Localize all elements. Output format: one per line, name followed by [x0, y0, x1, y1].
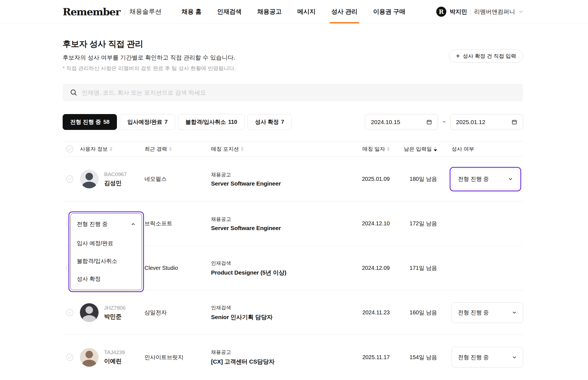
match-date-cell: 2025.01.09: [352, 176, 396, 182]
column-label: 남은 입력일: [404, 145, 432, 153]
date-range-separator: ~: [442, 119, 446, 125]
column-header-days-remaining[interactable]: 남은 입력일: [396, 145, 444, 153]
days-left-cell: 180일 남음: [396, 175, 444, 183]
candidate-code: TAJ4239: [104, 349, 125, 356]
filter-pill-in-progress[interactable]: 전형 진행 중 58: [63, 114, 117, 130]
position-title: [CX] 고객센터 CS담당자: [211, 358, 275, 366]
sort-icon[interactable]: [169, 147, 172, 151]
chevron-down-icon: [508, 177, 513, 181]
table-row: TAJ4239 이예린 인사이트브릿지 채용공고 [CX] 고객센터 CS담당자…: [63, 335, 523, 379]
brand: Remember 채용솔루션: [63, 6, 161, 18]
position-cell: 채용공고 [CX] 고객센터 CS담당자: [211, 349, 352, 366]
pill-count: 7: [165, 119, 168, 125]
focus-ring: 전형 진행 중: [450, 167, 521, 191]
filter-pill-joining[interactable]: 입사예정/완료 7: [120, 114, 175, 130]
plus-icon: +: [456, 53, 460, 59]
candidate-avatar: [80, 348, 99, 367]
search-icon: [70, 89, 77, 96]
pill-label: 전형 진행 중: [70, 118, 101, 126]
search-bar[interactable]: [63, 84, 523, 101]
circle-check-icon: [66, 145, 74, 153]
column-header-user-info[interactable]: 사용자 정보: [80, 145, 144, 153]
status-select[interactable]: 전형 진행 중: [452, 169, 519, 189]
company-cell: 인사이트브릿지: [144, 354, 211, 361]
sort-icon[interactable]: [241, 147, 244, 151]
status-filter-pills: 전형 진행 중 58 입사예정/완료 7 불합격/입사취소 110 성사 확정 …: [63, 114, 292, 130]
position-source: 인재검색: [211, 304, 273, 311]
dropdown-option-rejected[interactable]: 불합격/입사취소: [71, 252, 142, 270]
column-header-matched-position[interactable]: 매칭 포지션: [211, 145, 352, 153]
position-title: Server Software Engineer: [211, 225, 281, 231]
table-row: BAC0967 김성민 네오펄스 채용공고 Server Software En…: [63, 157, 523, 201]
chevron-down-icon: [512, 355, 517, 360]
candidate-code: JHZ7806: [104, 305, 126, 311]
pill-label: 불합격/입사취소: [185, 118, 226, 126]
row-checkbox[interactable]: [63, 354, 80, 361]
add-confirmed-match-button[interactable]: + 성사 확정 건 직접 입력: [449, 50, 523, 63]
top-navigation-bar: Remember 채용솔루션 채용 홈 인재검색 채용공고 메시지 성사 관리 …: [0, 0, 588, 23]
status-dropdown-menu: 전형 진행 중 입사 예정/완료 불합격/입사취소 성사 확정: [70, 213, 142, 290]
nav-item-match-management[interactable]: 성사 관리: [331, 0, 357, 23]
chevron-down-icon: [518, 9, 523, 14]
position-source: 인재검색: [211, 260, 286, 267]
user-cell[interactable]: JHZ7806 박민준: [80, 303, 144, 322]
user-menu[interactable]: R 박지민 리멤버앤컴퍼니: [436, 7, 523, 17]
match-date-cell: 2024.11.23: [352, 309, 396, 316]
nav-item-messages[interactable]: 메시지: [297, 0, 316, 23]
days-left-cell: 171일 남음: [396, 264, 444, 272]
candidate-name: 김성민: [104, 179, 127, 187]
row-checkbox[interactable]: [63, 309, 80, 316]
user-name: 박지민: [450, 8, 467, 16]
search-input[interactable]: [82, 89, 516, 96]
dropdown-option-joining[interactable]: 입사 예정/완료: [71, 234, 142, 252]
sort-icon[interactable]: [110, 147, 112, 151]
start-date-input[interactable]: 2024.10.15: [365, 114, 438, 130]
user-cell[interactable]: BAC0967 김성민: [80, 170, 144, 188]
status-cell: 전형 진행 중: [444, 347, 523, 367]
match-date-cell: 2025.11.17: [352, 354, 396, 361]
nav-item-job-postings[interactable]: 채용공고: [257, 0, 282, 23]
focus-ring: 전형 진행 중 입사 예정/완료 불합격/입사취소 성사 확정: [68, 211, 144, 292]
nav-item-talent-search[interactable]: 인재검색: [217, 0, 242, 23]
page-title: 후보자 성사 직접 관리: [63, 38, 523, 50]
filter-pill-rejected[interactable]: 불합격/입사취소 110: [178, 114, 245, 130]
column-header-recent-career[interactable]: 최근 경력: [144, 145, 211, 153]
pill-count: 7: [281, 119, 284, 125]
filter-row: 전형 진행 중 58 입사예정/완료 7 불합격/입사취소 110 성사 확정 …: [63, 114, 523, 130]
column-label: 성사 여부: [452, 145, 474, 153]
status-cell: 전형 진행 중: [444, 302, 523, 323]
remember-logo[interactable]: Remember: [63, 6, 120, 18]
match-date-cell: 2024.12.09: [352, 265, 396, 271]
sort-icon[interactable]: [387, 147, 390, 151]
nav-item-recruit-home[interactable]: 채용 홈: [182, 0, 202, 23]
table-row: MCP2174 정호준 브릭소프트 채용공고 Server Software E…: [63, 201, 523, 246]
days-left-cell: 154일 남음: [396, 354, 444, 361]
main-content: 후보자 성사 직접 관리 후보자의 성사 여부를 기간별로 확인하고 직접 관리…: [0, 23, 588, 379]
status-select-value: 전형 진행 중: [458, 354, 489, 361]
status-cell: 전형 진행 중: [444, 167, 523, 191]
status-select-expanded[interactable]: 전형 진행 중: [71, 214, 142, 234]
date-range: 2024.10.15 ~ 2025.01.12: [365, 114, 523, 130]
position-title: Senior 인사기획 담당자: [211, 313, 273, 321]
column-label: 매칭 일자: [362, 145, 385, 153]
candidate-avatar: [80, 170, 99, 188]
user-cell[interactable]: TAJ4239 이예린: [80, 348, 144, 367]
nav-item-purchase-pass[interactable]: 이용권 구매: [373, 0, 405, 23]
end-date-input[interactable]: 2025.01.12: [450, 114, 523, 130]
chevron-down-icon: [512, 310, 517, 315]
select-all-checkbox[interactable]: [63, 145, 80, 153]
sort-icon-active-desc[interactable]: [434, 147, 437, 151]
position-source: 채용공고: [211, 216, 281, 223]
calendar-icon: [426, 119, 432, 125]
user-divider: [471, 9, 471, 15]
status-select[interactable]: 전형 진행 중: [452, 302, 523, 323]
column-header-match-date[interactable]: 매칭 일자: [352, 145, 396, 153]
candidates-table: 사용자 정보 최근 경력 매칭 포지션 매칭 일자 남은 입력일 성사 여부: [63, 141, 523, 379]
filter-pill-confirmed[interactable]: 성사 확정 7: [248, 114, 292, 130]
status-select-value: 전형 진행 중: [458, 175, 489, 183]
main-nav: 채용 홈 인재검색 채용공고 메시지 성사 관리 이용권 구매: [182, 0, 405, 23]
status-select[interactable]: 전형 진행 중: [452, 347, 523, 367]
dropdown-option-confirmed[interactable]: 성사 확정: [71, 270, 142, 288]
candidate-avatar: [80, 303, 99, 322]
row-checkbox[interactable]: [63, 175, 80, 183]
